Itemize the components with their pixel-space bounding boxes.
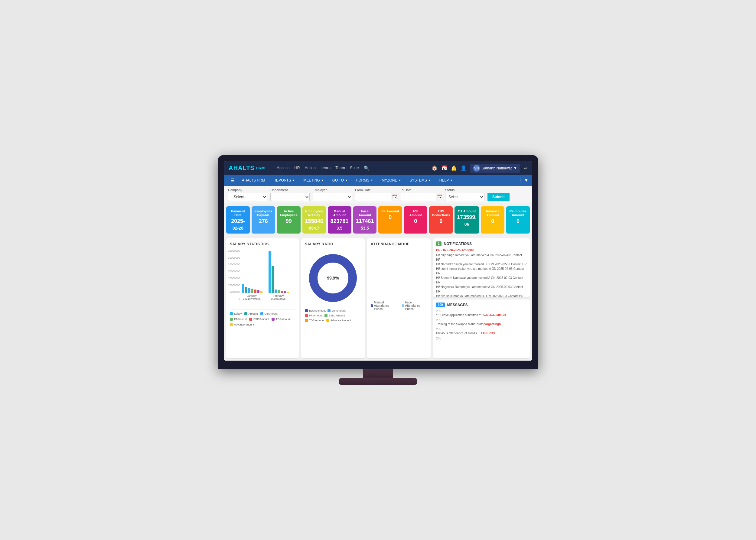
stat-card-5[interactable]: Face Amount11746153.5	[353, 206, 377, 233]
attendance-legend: Manual Attendance Punch Face Attendance …	[371, 301, 427, 311]
nav-learn[interactable]: Learn	[321, 166, 331, 171]
user-dropdown-icon: ▼	[513, 166, 517, 170]
stat-sub-4: 3.5	[337, 226, 342, 230]
donut-container: 99.9%	[305, 249, 361, 307]
legend-dot-face	[402, 304, 404, 307]
stat-card-1[interactable]: Employees Payable276	[252, 206, 275, 233]
stat-label-7: ESI Amount	[406, 209, 425, 217]
legend-dot-pf-ratio	[305, 314, 308, 317]
messages-badge: 100	[436, 303, 445, 307]
reports-arrow: ▼	[292, 179, 295, 182]
stat-card-11[interactable]: Reimburse Amount0	[506, 206, 530, 233]
msg-text-2: Training of the Swapna Mahal staff parga…	[436, 323, 527, 326]
nav-reports[interactable]: REPORTS ▼	[269, 175, 299, 186]
company-select[interactable]: --Select--	[228, 193, 267, 201]
messages-card: 100 MESSAGES 295 *** Leave Application s…	[433, 300, 530, 358]
to-date-group: To Date: 📅	[400, 188, 442, 201]
nav-team[interactable]: Team	[335, 166, 345, 171]
username: Samarth Nathawat	[482, 166, 512, 170]
msg-text-1: *** Leave Application submitted *** 5-40…	[436, 314, 527, 317]
status-select[interactable]: Select	[445, 193, 485, 201]
to-date-calendar-icon[interactable]: 📅	[437, 195, 442, 200]
salary-statistics-title: SALARY STATISTICS	[230, 242, 295, 246]
stat-card-9[interactable]: OT Amount173599.06	[455, 206, 479, 233]
employee-filter-group: Employee	[313, 188, 352, 201]
nav-more-icon[interactable]: ▼	[524, 178, 529, 183]
stat-card-3[interactable]: Employees Net Pay155846054.7	[302, 206, 326, 233]
legend-pf-ratio: PF Amount	[305, 314, 323, 317]
chart-legend: Salary Amount OTAmount PFAmount	[230, 312, 295, 326]
nav-right-icons: ⋮ ▼	[518, 178, 529, 183]
from-date-label: From Date:	[355, 188, 397, 192]
status-label: Status	[445, 188, 485, 192]
stat-card-4[interactable]: Manual Amount8237813.5	[328, 206, 351, 233]
bar-jan-ot	[248, 288, 250, 293]
nav-suite[interactable]: Suite	[350, 166, 359, 171]
search-icon[interactable]: 🔍	[364, 166, 370, 171]
legend-dot-salary	[230, 312, 233, 315]
legend-amount: Amount	[244, 312, 258, 315]
from-date-input[interactable]	[355, 193, 391, 201]
user-badge[interactable]: SN Samarth Nathawat ▼	[470, 164, 520, 173]
bar-jan-advance	[260, 291, 263, 293]
stat-label-11: Reimburse Amount	[509, 209, 527, 217]
notification-header: 1 NOTIFICATIONS	[436, 241, 527, 246]
msg-link-2[interactable]: pargatsingh	[484, 323, 501, 326]
chart-y-axis: 35000000 30000000 25000000 20000000 1500…	[230, 249, 241, 300]
submit-button[interactable]: Submit	[487, 193, 509, 201]
home-icon[interactable]: 🏠	[432, 165, 438, 171]
stat-value-9: 173599.	[457, 214, 477, 220]
stat-label-1: Employees Payable	[254, 209, 273, 217]
msg-link-3[interactable]: TTPPRO3	[481, 332, 495, 335]
chart-bars-feb	[269, 251, 289, 293]
nav-action[interactable]: Action	[305, 166, 316, 171]
department-select[interactable]	[270, 193, 310, 201]
stat-card-6[interactable]: PF Amount0	[378, 206, 402, 233]
nav-ahalts-hrm[interactable]: AHALTS HRM	[238, 175, 269, 186]
nav-hr[interactable]: HR	[294, 166, 300, 171]
chart-group-jan: January-2024(Previous)	[242, 284, 263, 300]
calendar-icon[interactable]: 📅	[441, 165, 447, 171]
msg-link-1[interactable]: 5-403-3-JMMGR	[483, 314, 506, 317]
bar-jan-pf	[251, 289, 254, 293]
nav-access[interactable]: Access	[277, 166, 289, 171]
to-date-input[interactable]	[400, 193, 436, 201]
nav-systems[interactable]: SYSTEMS ▼	[405, 175, 435, 186]
stats-grid: Payment Date2025-02-28Employees Payable2…	[224, 204, 532, 236]
chart-group-feb: February-2024(Active)	[269, 251, 289, 300]
user-icon[interactable]: 👤	[461, 165, 467, 171]
notification-title: NOTIFICATIONS	[444, 242, 472, 246]
to-date-label: To Date:	[400, 188, 442, 192]
legend-advanceamount: AdvanceAmount	[230, 323, 254, 326]
msg-text-3: Previous attendance of sumit k... TTPPRO…	[436, 332, 527, 335]
stat-card-8[interactable]: TDS Deductions0	[429, 206, 453, 233]
bar-jan-amount	[245, 287, 247, 293]
stat-label-2: Active Employees	[279, 209, 298, 217]
hamburger-button[interactable]: ☰	[227, 175, 238, 186]
bell-icon[interactable]: 🔔	[451, 165, 457, 171]
stat-sub-5: 53.5	[361, 226, 369, 230]
stat-value-2: 99	[286, 218, 292, 224]
stat-card-10[interactable]: Advance Amount0	[481, 206, 504, 233]
stat-value-10: 0	[491, 218, 494, 224]
attendance-mode-title: ATTENDANCE MODE	[371, 242, 427, 246]
nav-help[interactable]: HELP ▼	[435, 175, 457, 186]
legend-tdsamount: TDSAmount	[271, 318, 291, 321]
nav-meeting[interactable]: MEETING ▼	[299, 175, 328, 186]
msg-count-3: 295	[436, 328, 527, 331]
myzone-arrow: ▼	[398, 179, 401, 182]
stat-value-6: 0	[388, 214, 391, 220]
nav-goto[interactable]: GO TO ▼	[328, 175, 352, 186]
nav-forms[interactable]: FORMS ▼	[352, 175, 378, 186]
nav-grid-icon[interactable]: ⋮	[518, 178, 522, 183]
stat-card-7[interactable]: ESI Amount0	[404, 206, 427, 233]
nav-myzone[interactable]: MYZONE ▼	[378, 175, 405, 186]
stat-card-2[interactable]: Active Employees99	[277, 206, 301, 233]
messages-title: MESSAGES	[447, 303, 468, 307]
top-navbar: AHALTS HRM Access HR Action Learn Team S…	[224, 161, 532, 175]
from-date-calendar-icon[interactable]: 📅	[392, 195, 397, 200]
employee-select[interactable]	[313, 193, 352, 201]
legend-dot-manual	[371, 304, 373, 307]
stat-card-0[interactable]: Payment Date2025-02-28	[226, 206, 250, 233]
logout-icon[interactable]: ↩	[524, 166, 527, 171]
